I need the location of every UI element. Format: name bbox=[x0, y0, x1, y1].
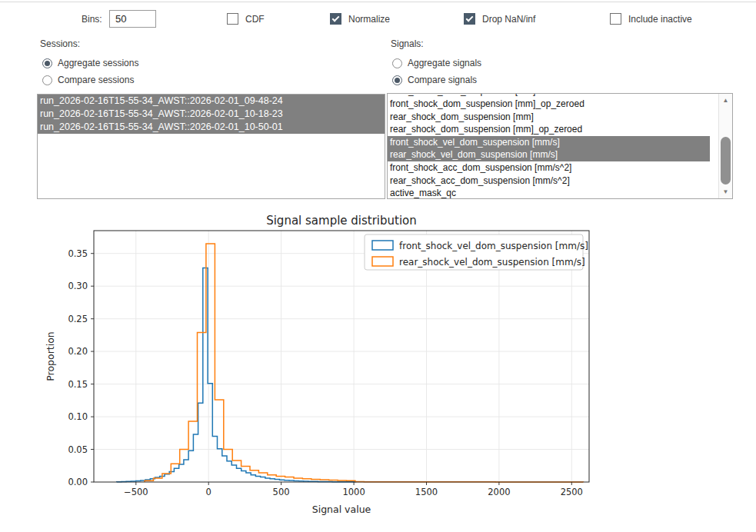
session-list-item[interactable]: run_2026-02-16T15-55-34_AWST::2026-02-01… bbox=[38, 121, 385, 134]
sessions-radio-compare[interactable]: Compare sessions bbox=[42, 75, 134, 85]
x-tick-label: 0 bbox=[206, 487, 211, 497]
signal-item-label: front_shock_vel_dom_suspension [mm/s] bbox=[390, 137, 560, 148]
radio-circle-icon bbox=[42, 75, 52, 85]
legend-swatch-icon bbox=[372, 241, 393, 250]
x-tick-label: 2500 bbox=[561, 487, 583, 497]
legend-swatch-icon bbox=[372, 257, 393, 266]
signals-radio-aggregate-label: Aggregate signals bbox=[408, 58, 481, 68]
signal-item-label: front_shock_dom_suspension [mm]_op_zeroe… bbox=[390, 98, 584, 109]
signal-list-item[interactable]: front_shock_dom_suspension [mm]_op_zeroe… bbox=[388, 98, 710, 111]
signal-list-item[interactable]: rear_shock_dom_suspension [mm]_op_zeroed bbox=[388, 123, 710, 136]
signals-radio-compare-label: Compare signals bbox=[408, 75, 477, 85]
include-inactive-checkbox-label: Include inactive bbox=[628, 14, 692, 25]
legend-label: rear_shock_vel_dom_suspension [mm/s] bbox=[399, 257, 585, 268]
session-list-item[interactable]: run_2026-02-16T15-55-34_AWST::2026-02-01… bbox=[38, 108, 385, 121]
x-axis-label: Signal value bbox=[312, 504, 371, 515]
signal-item-label: rear_shock_dom_suspension [mm]_op_zeroed bbox=[390, 124, 582, 135]
bins-input[interactable] bbox=[109, 10, 156, 28]
checkbox-box-icon bbox=[330, 13, 341, 25]
app-root: Bins: CDF Normalize Drop NaN/inf Include… bbox=[0, 0, 756, 532]
histogram-chart-svg: −500050010001500200025000.000.050.100.15… bbox=[31, 212, 600, 529]
radio-circle-icon bbox=[392, 58, 402, 68]
normalize-checkbox-label: Normalize bbox=[348, 14, 390, 25]
normalize-checkbox[interactable]: Normalize bbox=[330, 13, 390, 25]
y-tick-label: 0.20 bbox=[68, 346, 88, 357]
x-tick-label: 1500 bbox=[415, 487, 438, 497]
signal-list-item[interactable]: rear_shock_acc_dom_suspension [mm/s^2] bbox=[388, 175, 710, 188]
cdf-checkbox-label: CDF bbox=[245, 14, 265, 25]
signal-list-item[interactable]: rear_shock_dom_suspension [mm] bbox=[388, 111, 710, 124]
session-list-item[interactable]: run_2026-02-16T15-55-34_AWST::2026-02-01… bbox=[38, 95, 385, 108]
radio-circle-icon bbox=[392, 75, 402, 85]
x-tick-label: −500 bbox=[124, 487, 148, 497]
signals-section-label: Signals: bbox=[391, 38, 424, 49]
session-item-label: run_2026-02-16T15-55-34_AWST::2026-02-01… bbox=[40, 95, 283, 106]
chart-title: Signal sample distribution bbox=[266, 214, 417, 228]
y-tick-label: 0.15 bbox=[68, 379, 88, 390]
sessions-radio-aggregate-label: Aggregate sessions bbox=[58, 58, 138, 68]
y-tick-label: 0.05 bbox=[68, 444, 88, 455]
drop-nan-checkbox[interactable]: Drop NaN/inf bbox=[464, 13, 535, 25]
checkbox-box-icon bbox=[610, 13, 621, 25]
signals-radio-aggregate[interactable]: Aggregate signals bbox=[392, 58, 481, 68]
signal-list-item[interactable]: front_shock_vel_dom_suspension [mm/s] bbox=[388, 136, 710, 149]
legend-label: front_shock_vel_dom_suspension [mm/s] bbox=[399, 241, 588, 251]
signal-item-label: active_mask_qc bbox=[390, 188, 456, 198]
histogram-chart: −500050010001500200025000.000.050.100.15… bbox=[31, 212, 600, 529]
y-tick-label: 0.25 bbox=[68, 314, 88, 324]
signal-item-label: front_shock_acc_dom_suspension [mm/s^2] bbox=[390, 162, 571, 173]
signals-radio-compare[interactable]: Compare signals bbox=[392, 75, 477, 85]
checkbox-box-icon bbox=[464, 13, 475, 25]
x-tick-label: 1000 bbox=[342, 487, 365, 497]
y-tick-label: 0.10 bbox=[68, 411, 88, 422]
x-tick-label: 2000 bbox=[488, 487, 510, 497]
session-item-label: run_2026-02-16T15-55-34_AWST::2026-02-01… bbox=[40, 108, 283, 119]
chart-legend: front_shock_vel_dom_suspension [mm/s]rea… bbox=[365, 234, 588, 270]
y-tick-label: 0.35 bbox=[68, 248, 88, 259]
signals-listbox[interactable]: front_shock_dom_suspension [mm] front_sh… bbox=[387, 93, 733, 199]
cdf-checkbox[interactable]: CDF bbox=[227, 13, 265, 25]
scrollbar-down-icon[interactable]: ▼ bbox=[719, 186, 732, 198]
signal-item-label: rear_shock_vel_dom_suspension [mm/s] bbox=[390, 149, 558, 160]
series-line-1 bbox=[145, 244, 583, 482]
include-inactive-checkbox[interactable]: Include inactive bbox=[610, 13, 692, 25]
sessions-section-label: Sessions: bbox=[40, 38, 80, 49]
y-tick-label: 0.30 bbox=[68, 281, 88, 291]
signal-list-item[interactable]: active_mask_qc bbox=[388, 187, 710, 199]
drop-nan-checkbox-label: Drop NaN/inf bbox=[482, 14, 535, 25]
top-divider bbox=[0, 2, 756, 2]
signal-item-label: rear_shock_dom_suspension [mm] bbox=[390, 111, 534, 122]
bins-label: Bins: bbox=[82, 14, 102, 25]
signal-item-label: rear_shock_acc_dom_suspension [mm/s^2] bbox=[390, 175, 570, 186]
scrollbar[interactable]: ▲ ▼ bbox=[718, 94, 732, 198]
series-line-0 bbox=[117, 268, 357, 482]
checkbox-box-icon bbox=[227, 13, 238, 25]
radio-circle-icon bbox=[42, 58, 52, 68]
y-tick-label: 0.00 bbox=[68, 477, 88, 487]
signal-list-item[interactable]: front_shock_acc_dom_suspension [mm/s^2] bbox=[388, 161, 710, 175]
session-item-label: run_2026-02-16T15-55-34_AWST::2026-02-01… bbox=[40, 121, 283, 132]
sessions-radio-aggregate[interactable]: Aggregate sessions bbox=[42, 58, 138, 68]
y-axis-label: Proportion bbox=[45, 331, 56, 381]
scrollbar-thumb[interactable] bbox=[721, 137, 731, 185]
signal-list-item[interactable]: rear_shock_vel_dom_suspension [mm/s] bbox=[388, 148, 710, 161]
scrollbar-up-icon[interactable]: ▲ bbox=[719, 95, 732, 106]
sessions-listbox[interactable]: run_2026-02-16T15-55-34_AWST::2026-02-01… bbox=[37, 94, 385, 199]
x-tick-label: 500 bbox=[273, 487, 290, 497]
sessions-radio-compare-label: Compare sessions bbox=[58, 75, 134, 85]
